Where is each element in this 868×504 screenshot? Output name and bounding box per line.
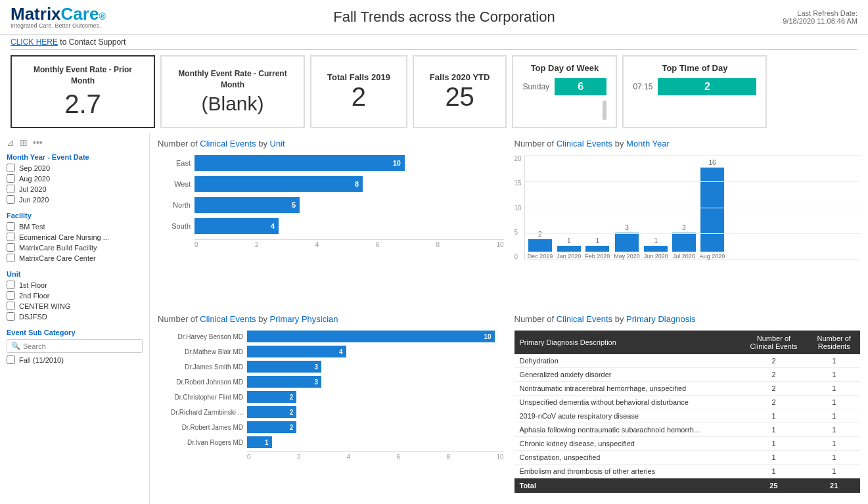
filter-unit-1st[interactable]: 1st Floor [7, 281, 143, 289]
logo-matrix: Matrix [11, 4, 61, 24]
vbar-may2020: 3 May 2020 [614, 224, 640, 260]
chart-physician: Number of Clinical Events by Primary Phy… [158, 314, 504, 504]
hbar-west-label: West [158, 180, 191, 188]
checkbox-aug2020[interactable] [7, 174, 15, 183]
charts-area: Number of Clinical Events by Unit East 1… [150, 133, 868, 504]
filter-unit-center[interactable]: CENTER WING [7, 302, 143, 310]
support-link[interactable]: CLICK HERE [11, 37, 58, 47]
vbar-y-axis: 20151050 [514, 155, 522, 260]
physician-mathew: Dr.Mathew Blair MD 4 [158, 346, 504, 357]
filter-unit-dsjfsd[interactable]: DSJFSD [7, 312, 143, 321]
checkbox-1st[interactable] [7, 281, 15, 289]
filter-icon[interactable]: ⊿ [7, 137, 14, 148]
page-title: Fall Trends across the Corporation [333, 9, 555, 26]
logo-subtitle: Integrated Care. Better Outcomes. [11, 22, 106, 29]
table-total-row: Total 25 21 [514, 478, 861, 493]
hbar-south-label: South [158, 222, 191, 230]
main-layout: ⊿ ⊞ ••• Month Year - Event Date Sep 2020… [0, 133, 868, 504]
filter-event-fall[interactable]: Fall (11/2010) [7, 355, 143, 364]
checkbox-bm[interactable] [7, 222, 15, 231]
physician-axis: 0246810 [247, 451, 504, 461]
checkbox-sep2020[interactable] [7, 164, 15, 172]
hbar-north-val: 5 [292, 201, 296, 209]
kpi-total-falls-title: Total Falls 2019 [327, 72, 390, 82]
kpi-prior-month-value: 2.7 [64, 89, 101, 119]
checkbox-jun2020[interactable] [7, 195, 15, 204]
vbar-jul2020: 3 Jul 2020 [672, 224, 696, 260]
kpi-top-time-label: 07:15 [633, 82, 652, 91]
kpi-falls-ytd: Falls 2020 YTD 25 [413, 55, 507, 128]
table-row: Unspecified dementia without behavioral … [514, 396, 861, 409]
col-diagnosis: Primary Diagnosis Description [514, 331, 740, 354]
filter-month-aug2020[interactable]: Aug 2020 [7, 174, 143, 183]
filter-month-jul2020[interactable]: Jul 2020 [7, 185, 143, 193]
search-input[interactable] [23, 342, 138, 350]
checkbox-mx-build[interactable] [7, 243, 15, 252]
kpi-top-time: Top Time of Day 07:15 2 [622, 55, 767, 128]
filter-unit-title: Unit [7, 270, 143, 278]
hbar-east-bar: 10 [194, 155, 405, 171]
chart-month-title: Number of Clinical Events by Month Year [514, 139, 861, 149]
table-row: Embolism and thrombosis of other arterie… [514, 465, 861, 478]
table-row: Generalized anxiety disorder 2 1 [514, 368, 861, 382]
hbar-axis-unit: 0246810 [194, 239, 504, 248]
sidebar-toolbar: ⊿ ⊞ ••• [7, 137, 143, 148]
filter-month-jun2020[interactable]: Jun 2020 [7, 195, 143, 204]
checkbox-fall[interactable] [7, 355, 15, 364]
kpi-current-month: Monthly Event Rate - Current Month (Blan… [160, 55, 305, 128]
filter-month-section: Month Year - Event Date Sep 2020 Aug 202… [7, 153, 143, 204]
physician-harvey: Dr.Harvey Benson MD 10 [158, 331, 504, 342]
more-icon[interactable]: ••• [33, 137, 43, 148]
checkbox-2nd[interactable] [7, 291, 15, 300]
hbar-west-bar: 8 [194, 176, 363, 192]
vbar-jan2020: 1 Jan 2020 [557, 237, 581, 260]
table-row: Constipation, unspecified 1 1 [514, 451, 861, 465]
checkbox-dsjfsd[interactable] [7, 312, 15, 321]
chart-diagnosis: Number of Clinical Events by Primary Dia… [514, 314, 861, 504]
filter-month-sep2020[interactable]: Sep 2020 [7, 164, 143, 172]
physician-bars: Dr.Harvey Benson MD 10 Dr.Mathew Blair M… [158, 331, 504, 474]
filter-facility-mx-care[interactable]: MatrixCare Care Center [7, 254, 143, 262]
chart-unit: Number of Clinical Events by Unit East 1… [158, 139, 504, 304]
checkbox-center[interactable] [7, 302, 15, 310]
filter-unit-section: Unit 1st Floor 2nd Floor CENTER WING DSJ… [7, 270, 143, 321]
vbar-aug2020: 16 Aug 2020 [700, 159, 725, 260]
physician-james: Dr.James Smith MD 3 [158, 361, 504, 373]
expand-icon[interactable]: ⊞ [20, 137, 28, 148]
physician-robert-james: Dr.Robert James MD 2 [158, 421, 504, 433]
vbar-jun2020: 1 Jun 2020 [644, 237, 668, 260]
filter-facility-mx-build[interactable]: MatrixCare Build Facility [7, 243, 143, 252]
physician-robert-j: Dr.Robert Johnson MD 3 [158, 376, 504, 388]
hbar-south-val: 4 [271, 222, 275, 230]
filter-facility-ecum[interactable]: Ecumenical Care Nursing ... [7, 233, 143, 241]
table-row: Dehydration 2 1 [514, 354, 861, 368]
kpi-top-day: Top Day of Week Sunday 6 [512, 55, 617, 128]
event-search-box[interactable]: 🔍 [7, 339, 143, 353]
hbar-south-bar: 4 [194, 218, 279, 234]
filter-facility-bm[interactable]: BM Test [7, 222, 143, 231]
checkbox-ecum[interactable] [7, 233, 15, 241]
logo: MatrixCare® [11, 5, 106, 22]
logo-area: MatrixCare® Integrated Care. Better Outc… [11, 5, 106, 29]
checkbox-jul2020[interactable] [7, 185, 15, 193]
kpi-top-time-title: Top Time of Day [662, 63, 727, 73]
chart-unit-bars: East 10 West 8 North 5 [158, 155, 504, 262]
checkbox-mx-care[interactable] [7, 254, 15, 262]
header: MatrixCare® Integrated Care. Better Outc… [0, 0, 868, 35]
kpi-top-day-label: Sunday [522, 82, 549, 91]
filter-month-title: Month Year - Event Date [7, 153, 143, 161]
sidebar: ⊿ ⊞ ••• Month Year - Event Date Sep 2020… [0, 133, 150, 504]
hbar-west: West 8 [158, 176, 504, 192]
filter-unit-2nd[interactable]: 2nd Floor [7, 291, 143, 300]
support-bar: CLICK HERE to Contact Support [0, 35, 868, 49]
chart-unit-title: Number of Clinical Events by Unit [158, 139, 504, 149]
filter-facility-title: Facility [7, 212, 143, 219]
kpi-falls-ytd-value: 25 [445, 82, 474, 112]
kpi-total-falls: Total Falls 2019 2 [310, 55, 407, 128]
kpi-current-month-value: (Blank) [201, 93, 263, 115]
kpi-current-month-title: Monthly Event Rate - Current Month [171, 68, 294, 91]
col-residents: Number ofResidents [808, 331, 860, 354]
physician-ivan: Dr.Ivan Rogers MD 1 [158, 436, 504, 448]
table-row: Chronic kidney disease, unspecified 1 1 [514, 437, 861, 451]
hbar-north-bar: 5 [194, 197, 300, 213]
